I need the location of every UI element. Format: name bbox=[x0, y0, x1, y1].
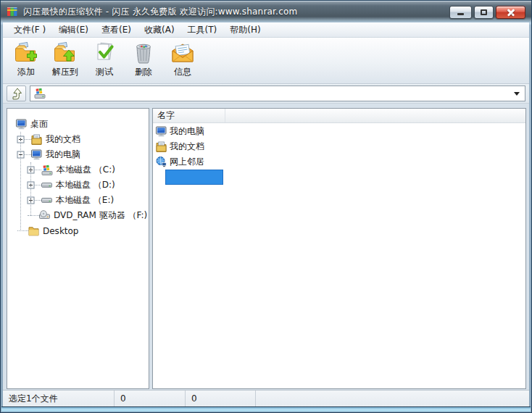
file-list-item-label: 我的文档 bbox=[170, 141, 204, 153]
add-button[interactable]: 添加 bbox=[7, 40, 45, 80]
status-cell: 选定1个文件 bbox=[3, 391, 115, 406]
menu-bar: 文件(F )编辑(E)查看(E)收藏(A)工具(T)帮助(H) bbox=[3, 22, 529, 38]
file-list-item[interactable]: 我的文档 bbox=[153, 139, 525, 154]
delete-button[interactable]: 删除 bbox=[125, 40, 162, 80]
tree-item[interactable]: 我的文档 bbox=[7, 132, 149, 147]
documents-folder-icon bbox=[156, 141, 167, 152]
my-computer-icon bbox=[31, 149, 42, 160]
test-button-label: 测试 bbox=[96, 66, 113, 78]
maximize-button[interactable] bbox=[474, 6, 494, 19]
tree-item[interactable]: 桌面 bbox=[7, 117, 149, 132]
menu-item-view[interactable]: 查看(E) bbox=[95, 22, 138, 37]
tree-item[interactable]: 本地磁盘 （C:) bbox=[7, 162, 149, 178]
address-bar bbox=[3, 84, 529, 104]
info-button[interactable]: 信息 bbox=[164, 40, 201, 80]
my-computer-icon bbox=[156, 126, 167, 137]
menu-item-help[interactable]: 帮助(H) bbox=[223, 22, 267, 37]
window-title: 闪压最快的压缩软件 - 闪压 永久免费版 欢迎访问:www.shanrar.co… bbox=[23, 6, 297, 18]
folder-icon bbox=[28, 225, 39, 236]
up-arrow-icon bbox=[10, 87, 22, 100]
app-window: 闪压最快的压缩软件 - 闪压 永久免费版 欢迎访问:www.shanrar.co… bbox=[0, 0, 532, 413]
column-header-name[interactable]: 名字 bbox=[153, 109, 225, 122]
tree-item[interactable]: 本地磁盘 （D:) bbox=[7, 178, 149, 193]
tree-item-label: 我的文档 bbox=[46, 133, 80, 146]
tree-item[interactable]: 我的电脑 bbox=[7, 147, 149, 162]
file-list-item[interactable]: 网上邻居 bbox=[153, 154, 525, 170]
delete-button-label: 删除 bbox=[135, 66, 152, 78]
close-button[interactable] bbox=[496, 6, 525, 19]
main-area: 桌面我的文档我的电脑本地磁盘 （C:)本地磁盘 （D:)本地磁盘 （E:)DVD… bbox=[3, 104, 529, 390]
menu-item-edit[interactable]: 编辑(E) bbox=[52, 22, 95, 37]
close-icon bbox=[507, 8, 515, 17]
window-controls bbox=[449, 5, 525, 19]
delete-trash-icon bbox=[131, 42, 156, 64]
titlebar[interactable]: 闪压最快的压缩软件 - 闪压 永久免费版 欢迎访问:www.shanrar.co… bbox=[1, 1, 531, 22]
window-bottom-frame bbox=[1, 406, 531, 412]
tree-item[interactable]: 本地磁盘 （E:) bbox=[7, 193, 149, 208]
address-location-icon bbox=[34, 88, 46, 99]
column-header-filler bbox=[225, 109, 525, 122]
minimize-icon bbox=[457, 13, 464, 15]
documents-folder-icon bbox=[31, 134, 42, 145]
menu-item-favorites[interactable]: 收藏(A) bbox=[138, 22, 181, 37]
extract-to-icon bbox=[53, 42, 78, 64]
info-envelope-icon bbox=[170, 42, 195, 64]
tree-item-label: Desktop bbox=[43, 226, 79, 236]
app-icon bbox=[7, 6, 18, 17]
extract-button-label: 解压到 bbox=[52, 66, 78, 78]
desktop-icon bbox=[16, 119, 27, 130]
drive-icon bbox=[41, 180, 52, 191]
tree-item-label: 我的电脑 bbox=[46, 149, 80, 161]
list-header: 名字 bbox=[153, 109, 525, 123]
dropdown-arrow-icon[interactable] bbox=[514, 92, 520, 96]
tree-item-label: 本地磁盘 （D:) bbox=[56, 179, 115, 191]
network-icon bbox=[156, 157, 167, 167]
folder-tree-panel: 桌面我的文档我的电脑本地磁盘 （C:)本地磁盘 （D:)本地磁盘 （E:)DVD… bbox=[7, 108, 149, 389]
dvd-drive-icon bbox=[39, 210, 50, 221]
tree-item-label: DVD_RAM 驱动器 （F:) bbox=[54, 209, 147, 222]
status-bar: 选定1个文件00 bbox=[3, 390, 529, 406]
selected-file-row[interactable] bbox=[153, 170, 525, 185]
menu-item-file[interactable]: 文件(F ) bbox=[7, 22, 52, 37]
drive-windows-icon bbox=[41, 164, 53, 176]
selection-highlight[interactable] bbox=[165, 170, 223, 185]
toolbar: 添加解压到测试删除信息 bbox=[3, 38, 529, 84]
file-list-panel: 名字 我的电脑我的文档网上邻居 bbox=[152, 108, 526, 389]
status-cell bbox=[256, 391, 529, 406]
add-button-label: 添加 bbox=[17, 66, 35, 78]
up-one-level-button[interactable] bbox=[7, 85, 26, 101]
file-list-item[interactable]: 我的电脑 bbox=[153, 124, 525, 139]
tree-item-label: 本地磁盘 （E:) bbox=[56, 194, 114, 206]
test-archive-icon bbox=[92, 42, 117, 64]
add-archive-icon bbox=[14, 42, 38, 64]
address-combo[interactable] bbox=[30, 85, 525, 101]
file-list-item-label: 我的电脑 bbox=[170, 125, 204, 138]
tree-item[interactable]: DVD_RAM 驱动器 （F:) bbox=[7, 208, 149, 223]
drive-icon bbox=[41, 195, 52, 206]
status-cell: 0 bbox=[115, 391, 186, 406]
file-list-item-label: 网上邻居 bbox=[170, 156, 204, 168]
tree-item-label: 桌面 bbox=[30, 118, 48, 130]
info-button-label: 信息 bbox=[174, 66, 191, 78]
minimize-button[interactable] bbox=[449, 6, 472, 19]
tree-item-label: 本地磁盘 （C:) bbox=[57, 164, 115, 176]
extract-button[interactable]: 解压到 bbox=[46, 40, 84, 80]
menu-item-tools[interactable]: 工具(T) bbox=[181, 22, 224, 37]
status-cell: 0 bbox=[186, 391, 256, 406]
tree-item[interactable]: Desktop bbox=[7, 223, 149, 238]
maximize-icon bbox=[481, 9, 487, 15]
test-button[interactable]: 测试 bbox=[86, 40, 123, 80]
